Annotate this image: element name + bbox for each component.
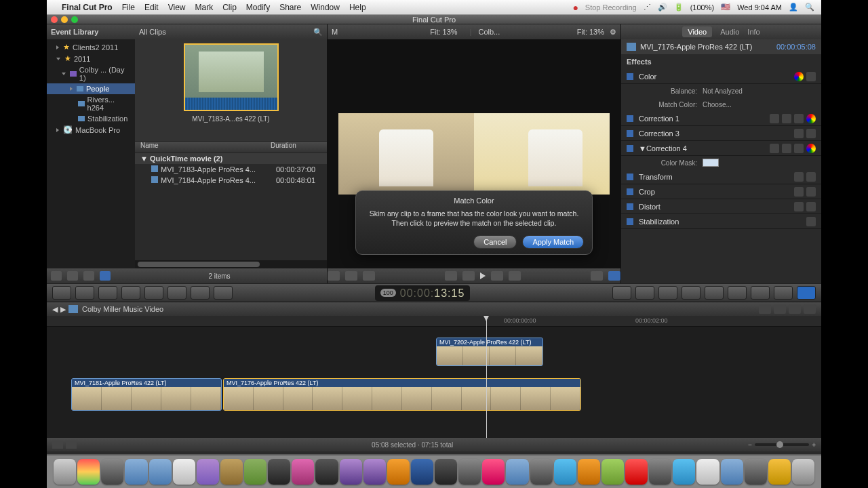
stop-recording-icon[interactable]: ● — [572, 2, 578, 13]
viewer-fit-right[interactable]: Fit: 13% — [577, 28, 604, 36]
snapping-button[interactable] — [774, 304, 786, 314]
menu-mark[interactable]: Mark — [195, 3, 214, 12]
play-button[interactable] — [480, 272, 486, 279]
tree-item[interactable]: ★2011 — [47, 53, 135, 64]
tree-item[interactable]: ★Clients2 2011 — [47, 41, 135, 53]
dock-illustrator[interactable] — [387, 459, 410, 485]
stop-recording-label[interactable]: Stop Recording — [585, 3, 637, 12]
dock-calendar[interactable] — [625, 459, 648, 485]
menu-view[interactable]: View — [168, 3, 186, 12]
themes-button[interactable] — [774, 286, 793, 300]
timeline-back-icon[interactable]: ◀ — [52, 305, 58, 314]
viewer-options-icon[interactable]: ⚙ — [610, 28, 616, 37]
timeline-clip-selected[interactable]: MVI_7176-Apple ProRes 422 (LT) — [223, 378, 581, 411]
enhance-button[interactable] — [363, 271, 375, 281]
stabilization-section[interactable]: Stabilization — [621, 214, 821, 229]
crop-section[interactable]: Crop — [621, 184, 821, 199]
tree-item-selected[interactable]: People — [47, 83, 135, 94]
tree-item[interactable]: Colby ... (Day 1) — [47, 64, 135, 83]
correction-row[interactable]: Correction 3 — [621, 126, 821, 141]
dock-evernote[interactable] — [601, 459, 624, 485]
tree-item[interactable]: 💽MacBook Pro — [47, 124, 135, 136]
inspector-toggle[interactable] — [797, 286, 816, 300]
transform-section[interactable]: Transform — [621, 169, 821, 184]
effects-button[interactable] — [635, 286, 654, 300]
fullscreen-button[interactable] — [591, 271, 603, 281]
dock-lightroom[interactable] — [435, 459, 457, 485]
timeline-index-icon[interactable] — [52, 441, 63, 449]
timeline-clip[interactable]: MVI_7181-Apple ProRes 422 (LT) — [71, 378, 222, 411]
search-icon[interactable]: 🔍 — [313, 28, 323, 37]
connect-button[interactable] — [121, 286, 140, 300]
generators-button[interactable] — [751, 286, 770, 300]
dock-itunes[interactable] — [506, 459, 528, 485]
timeline-appearance-icon[interactable] — [66, 441, 77, 449]
flag-icon[interactable]: 🇺🇸 — [721, 3, 730, 12]
append-button[interactable] — [167, 286, 186, 300]
overwrite-button[interactable] — [191, 286, 210, 300]
tree-item[interactable]: Stabilization — [47, 113, 135, 124]
select-tool[interactable] — [214, 286, 233, 300]
gear-icon[interactable] — [67, 271, 78, 281]
menu-modify[interactable]: Modify — [246, 3, 270, 12]
menu-file[interactable]: File — [122, 3, 135, 12]
solo-button[interactable] — [804, 304, 816, 314]
dock-trash[interactable] — [792, 459, 814, 485]
titles-button[interactable] — [728, 286, 747, 300]
filmstrip-button[interactable] — [51, 271, 62, 281]
timeline-clip[interactable]: MVI_7202-Apple ProRes 422 (LT) — [436, 338, 543, 366]
transform-button[interactable] — [328, 271, 340, 281]
keyword-button[interactable] — [75, 286, 94, 300]
dock-quicktime[interactable] — [149, 459, 172, 485]
correction-row[interactable]: Correction 1 — [621, 111, 821, 126]
list-item[interactable]: MVI_7184-Apple ProRes 4...00:00:48:01 — [135, 175, 327, 186]
clock[interactable]: Wed 9:04 AM — [737, 3, 782, 12]
dock-appstore[interactable] — [101, 459, 123, 485]
marker-button[interactable] — [98, 286, 117, 300]
viewer-fit-left[interactable]: Fit: 13% — [430, 28, 457, 36]
menu-help[interactable]: Help — [349, 3, 366, 12]
timeline[interactable]: 00:00:00:00 00:00:02:00 MVI_7202-Apple P… — [47, 316, 821, 438]
playhead[interactable] — [486, 316, 487, 438]
color-mask-swatch[interactable] — [703, 159, 719, 167]
dock-app6[interactable] — [721, 459, 743, 485]
battery-icon[interactable]: 🔋 — [674, 3, 684, 12]
wifi-icon[interactable]: ⋰ — [644, 3, 651, 12]
dock-fcpx[interactable] — [315, 459, 338, 485]
volume-icon[interactable]: 🔊 — [658, 3, 667, 12]
scrollbar-horizontal[interactable] — [135, 260, 327, 268]
dock-skype[interactable] — [673, 459, 695, 485]
photos-button[interactable] — [658, 286, 677, 300]
step-back-button[interactable] — [462, 271, 475, 281]
step-fwd-button[interactable] — [491, 271, 503, 281]
dock-chrome[interactable] — [77, 459, 100, 485]
zoom-icon[interactable] — [71, 16, 78, 23]
next-edit-button[interactable] — [509, 271, 521, 281]
dock-facetime[interactable] — [244, 459, 267, 485]
dock-app5[interactable] — [649, 459, 671, 485]
dock-safari[interactable] — [125, 459, 147, 485]
tab-audio[interactable]: Audio — [720, 28, 739, 36]
grid-view-button[interactable] — [100, 271, 111, 281]
dock-premiere[interactable] — [340, 459, 362, 485]
dock-addressbook[interactable] — [220, 459, 243, 485]
import-button[interactable] — [52, 286, 71, 300]
app-name[interactable]: Final Cut Pro — [62, 3, 113, 12]
transitions-button[interactable] — [705, 286, 724, 300]
insert-button[interactable] — [144, 286, 163, 300]
skimming-button[interactable] — [789, 304, 801, 314]
dock-textedit[interactable] — [696, 459, 719, 485]
crop-button[interactable] — [345, 271, 357, 281]
dock-twitter[interactable] — [554, 459, 576, 485]
spotlight-icon[interactable]: 🔍 — [805, 3, 814, 12]
dock-idvd[interactable] — [197, 459, 219, 485]
list-view-button[interactable] — [83, 271, 94, 281]
cancel-button[interactable]: Cancel — [473, 235, 517, 249]
dock-itunes-extras[interactable] — [292, 459, 314, 485]
list-item[interactable]: MVI_7183-Apple ProRes 4...00:00:37:00 — [135, 164, 327, 175]
dock-photoshop[interactable] — [411, 459, 433, 485]
match-color-choose[interactable]: Choose... — [703, 101, 732, 108]
tab-video[interactable]: Video — [682, 26, 712, 37]
music-button[interactable] — [682, 286, 701, 300]
timeline-index-button[interactable] — [759, 304, 771, 314]
